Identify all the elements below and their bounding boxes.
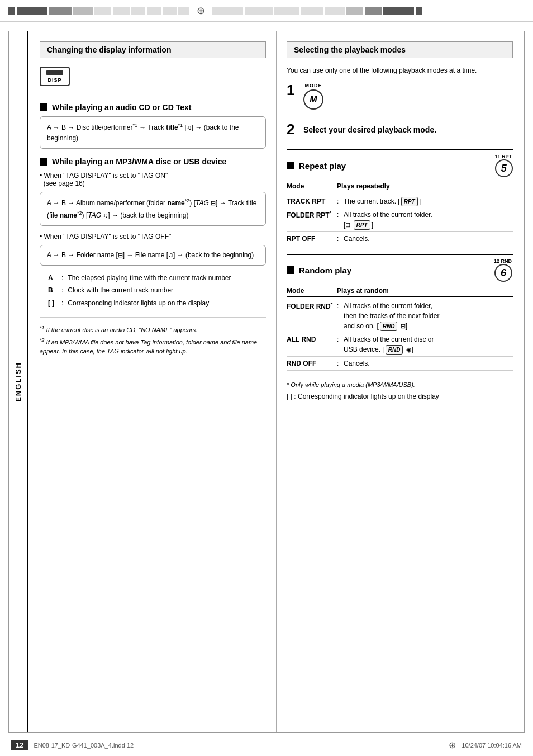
- repeat-plays-off: Cancels.: [344, 234, 513, 244]
- random-row-all: ALL RND : All tracks of the current disc…: [287, 333, 513, 356]
- footnotes: *1 If the current disc is an audio CD, "…: [40, 317, 266, 356]
- random-badge: 12 RND 6: [494, 258, 513, 282]
- top-decorative-bar: ⊕: [0, 0, 533, 22]
- intro-text: You can use only one of the following pl…: [287, 67, 513, 74]
- mode-button: MODE M: [303, 83, 323, 110]
- repeat-play-title: Repeat play: [299, 161, 346, 171]
- bullet-section-1: • When "TAG DISPLAY" is set to "TAG ON" …: [40, 172, 266, 266]
- left-page: Changing the display information DISP Wh…: [28, 31, 277, 732]
- strip: [301, 7, 323, 15]
- black-square-icon-2: [40, 158, 47, 166]
- crosshair-icon: ⊕: [197, 4, 205, 17]
- repeat-badge-circle: 5: [495, 159, 513, 177]
- random-table-header: Mode Plays at random: [287, 285, 513, 297]
- footer-left: EN08-17_KD-G441_003A_4.indd 12: [34, 742, 134, 749]
- repeat-row-track: TRACK RPT : The current track. [RPT]: [287, 195, 513, 208]
- strip: [416, 7, 422, 15]
- strip: [346, 7, 363, 15]
- bullet-item-1: • When "TAG DISPLAY" is set to "TAG ON" …: [40, 172, 266, 187]
- subsection2-title: While playing an MP3/WMA disc or USB dev…: [40, 157, 266, 166]
- strip: [365, 7, 382, 15]
- flow-text-2: A → B → Album name/performer (folder nam…: [47, 199, 256, 219]
- strip: [94, 7, 111, 15]
- random-mode-folder: FOLDER RND*: [287, 301, 337, 311]
- repeat-col-mode-header: Mode: [287, 182, 337, 190]
- random-col-mode-header: Mode: [287, 287, 337, 295]
- step-2-number: 2: [287, 122, 298, 136]
- page-number: 12: [11, 740, 28, 750]
- right-page: Selecting the playback modes You can use…: [277, 31, 524, 732]
- sidebar: ENGLISH: [9, 31, 28, 732]
- repeat-badge-nums: 11 RPT: [494, 154, 512, 159]
- flow-box-3: A → B → Folder name [⊟] → File name [♫] …: [40, 245, 266, 266]
- repeat-table-header: Mode Plays repeatedly: [287, 181, 513, 192]
- random-row-folder: FOLDER RND* : All tracks of the current …: [287, 299, 513, 333]
- right-section-title: Selecting the playback modes: [287, 41, 513, 58]
- footer-right: 10/24/07 10:04:16 AM: [461, 742, 522, 749]
- bottom-bar: 12 EN08-17_KD-G441_003A_4.indd 12 ⊕ 10/2…: [0, 734, 533, 756]
- def-b: B : Clock with the current track number: [48, 285, 266, 296]
- random-play-header: Random play 12 RND 6: [287, 254, 513, 282]
- sidebar-label: ENGLISH: [14, 362, 22, 402]
- random-mode-all: ALL RND: [287, 334, 337, 344]
- repeat-mode-off: RPT OFF: [287, 234, 337, 244]
- repeat-play-section: Repeat play 11 RPT 5 Mode Plays repeated…: [287, 149, 513, 245]
- strip: [113, 7, 130, 15]
- main-body: ENGLISH Changing the display information…: [9, 31, 524, 732]
- random-row-off: RND OFF : Cancels.: [287, 356, 513, 370]
- random-badge-nums: 12 RND: [494, 258, 512, 264]
- strip: [178, 7, 189, 15]
- strip: [73, 7, 93, 15]
- strip: [383, 7, 414, 15]
- repeat-row-folder: FOLDER RPT* : All tracks of the current …: [287, 208, 513, 231]
- def-bracket: [ ] : Corresponding indicator lights up …: [48, 297, 266, 309]
- repeat-badge: 11 RPT 5: [494, 154, 513, 177]
- strip: [131, 7, 145, 15]
- def-a: A : The elapsed playing time with the cu…: [48, 272, 266, 284]
- mode-label: MODE: [305, 83, 322, 88]
- definitions: A : The elapsed playing time with the cu…: [48, 272, 266, 309]
- repeat-play-header: Repeat play 11 RPT 5: [287, 149, 513, 177]
- flow-box-2: A → B → Album name/performer (folder nam…: [40, 192, 266, 225]
- repeat-plays-track: The current track. [RPT]: [344, 196, 513, 206]
- black-square-icon-repeat: [287, 162, 294, 169]
- repeat-row-off: RPT OFF : Cancels.: [287, 231, 513, 245]
- repeat-play-title-row: Repeat play: [287, 161, 346, 171]
- random-col-plays-header: Plays at random: [337, 287, 513, 295]
- strip: [245, 7, 273, 15]
- random-play-section: Random play 12 RND 6 Mode Plays at rando…: [287, 254, 513, 373]
- flow-text-3: A → B → Folder name [⊟] → File name [♫] …: [47, 251, 254, 259]
- footnote-1: *1 If the current disc is an audio CD, "…: [40, 324, 266, 334]
- step-2: 2 Select your desired playback mode.: [287, 122, 513, 143]
- random-badge-circle: 6: [494, 264, 512, 282]
- strip: [212, 7, 243, 15]
- strip: [49, 7, 72, 15]
- step-2-text: Select your desired playback mode.: [303, 122, 436, 134]
- disp-label: DISP: [47, 77, 61, 83]
- repeat-mode-folder: FOLDER RPT*: [287, 210, 337, 220]
- repeat-col-plays-header: Plays repeatedly: [337, 182, 513, 190]
- flow-box-1: A → B → Disc title/performer*1 → Track t…: [40, 116, 266, 149]
- bullet-item-2: • When "TAG DISPLAY" is set to "TAG OFF": [40, 233, 266, 240]
- mode-circle: M: [303, 89, 323, 110]
- strip: [147, 7, 161, 15]
- subsection1-title: While playing an audio CD or CD Text: [40, 103, 266, 112]
- asterisk-note: * Only while playing a media (MP3/WMA/US…: [287, 381, 513, 388]
- disp-button-bar: [46, 70, 63, 75]
- strip: [274, 7, 299, 15]
- flow-text-1: A → B → Disc title/performer*1 → Track t…: [47, 124, 239, 142]
- strip: [325, 7, 345, 15]
- strip: [17, 7, 47, 15]
- random-plays-off: Cancels.: [344, 358, 513, 368]
- left-section-title: Changing the display information: [40, 41, 266, 58]
- disp-button: DISP: [40, 67, 70, 86]
- random-play-title: Random play: [299, 266, 351, 275]
- random-mode-off: RND OFF: [287, 358, 337, 368]
- step-1: 1 MODE M: [287, 83, 513, 115]
- random-play-title-row: Random play: [287, 266, 351, 275]
- page-content: Changing the display information DISP Wh…: [28, 31, 524, 732]
- repeat-plays-folder: All tracks of the current folder. [⊟ RPT…: [344, 210, 513, 230]
- random-plays-all: All tracks of the current disc or USB de…: [344, 334, 513, 355]
- black-square-icon-random: [287, 266, 294, 274]
- strip: [163, 7, 177, 15]
